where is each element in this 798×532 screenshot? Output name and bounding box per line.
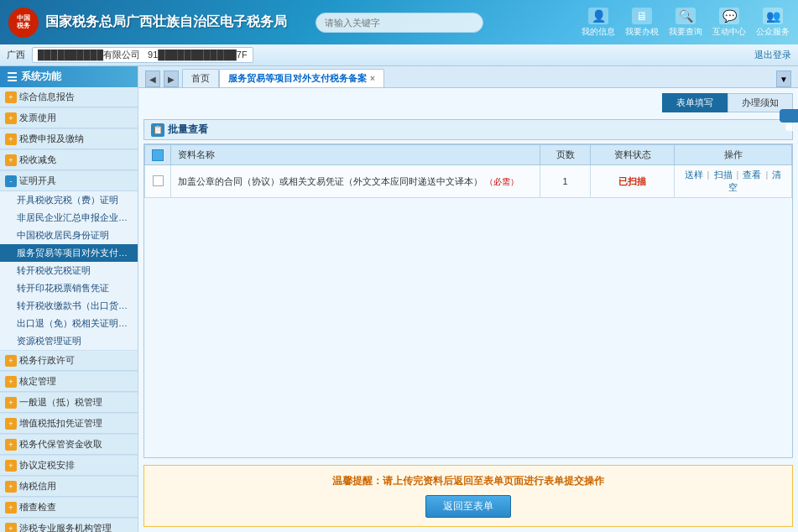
sidebar-item-5[interactable]: 转开印花税票销售凭证 <box>0 279 138 297</box>
sidebar-item-3[interactable]: 服务贸易等项目对外支付税务备案 <box>0 244 138 262</box>
folder-icon-10: + <box>5 460 17 472</box>
logo-icon: 中国税务 <box>8 8 39 38</box>
my-info-btn[interactable]: 👤 我的信息 <box>582 8 615 38</box>
sidebar-group-12: + 稽查检查 <box>0 498 138 519</box>
sidebar-item-8[interactable]: 资源税管理证明 <box>0 332 138 350</box>
online-service-panel[interactable]: 在线客服 <box>780 109 798 123</box>
tab-home[interactable]: 首页 <box>182 69 219 87</box>
sidebar-item-2[interactable]: 中国税收居民身份证明 <box>0 227 138 244</box>
tab-close-btn[interactable]: × <box>370 74 375 83</box>
page-content: 表单填写 办理须知 📋 批量查看 资料名称 页 <box>138 88 798 532</box>
my-tax-btn[interactable]: 🖥 我要办税 <box>625 8 659 38</box>
sidebar-items-4: 开具税收完税（费）证明 非居民企业汇总申报企业所得税 中国税收居民身份证明 服务… <box>0 191 138 350</box>
sidebar-group-3: + 税收减免 <box>0 150 138 171</box>
sidebar-group-label-12: 稽查检查 <box>19 501 56 514</box>
data-table: 资料名称 页数 资料状态 操作 加盖公章的合同（协议）或相关文易 <box>144 144 792 198</box>
tab-active[interactable]: 服务贸易等项目对外支付税务备案 × <box>219 69 384 87</box>
sidebar-group-header-11[interactable]: + 纳税信用 <box>0 477 138 497</box>
sidebar-item-4[interactable]: 转开税收完税证明 <box>0 262 138 279</box>
col-header-name: 资料名称 <box>171 145 540 165</box>
sidebar-header-icon: ☰ <box>7 70 18 84</box>
sidebar-group-label-0: 综合信息报告 <box>19 91 75 103</box>
return-btn[interactable]: 返回至表单 <box>425 495 511 518</box>
action-upload-btn[interactable]: 送样 <box>685 170 703 180</box>
sidebar-group-header-0[interactable]: + 综合信息报告 <box>0 87 138 107</box>
search-input[interactable] <box>316 13 483 33</box>
folder-icon-0: + <box>5 91 17 103</box>
required-badge: （必需） <box>485 177 519 186</box>
my-query-btn[interactable]: 🔍 我要查询 <box>669 8 702 38</box>
logout-btn[interactable]: 退出登录 <box>754 49 791 61</box>
sidebar-item-7[interactable]: 出口退（免）税相关证明开具 <box>0 315 138 332</box>
sidebar-group-label-7: 一般退（抵）税管理 <box>19 396 102 409</box>
folder-icon-3: + <box>5 154 17 166</box>
header-actions: 👤 我的信息 🖥 我要办税 🔍 我要查询 💬 互动中心 👥 公众服务 <box>582 8 790 38</box>
select-all-checkbox[interactable] <box>152 149 164 161</box>
folder-icon-1: + <box>5 112 17 124</box>
tab-active-label: 服务贸易等项目对外支付税务备案 <box>228 72 367 85</box>
content-area: ◀ ▶ 首页 服务贸易等项目对外支付税务备案 × ▼ 表单填写 办理须知 📋 批… <box>138 66 798 532</box>
public-icon: 👥 <box>763 8 783 24</box>
sidebar-group-label-5: 税务行政许可 <box>19 354 75 367</box>
header-title: 国家税务总局广西壮族自治区电子税务局 <box>45 13 287 31</box>
warning-text: 温馨提醒：请上传完资料后返回至表单页面进行表单提交操作 <box>153 474 784 488</box>
tab-nav-back[interactable]: ◀ <box>145 70 160 87</box>
tab-overflow-btn[interactable]: ▼ <box>776 70 791 87</box>
folder-icon-8: + <box>5 418 17 430</box>
folder-icon-4: - <box>5 175 17 187</box>
sidebar-item-0[interactable]: 开具税收完税（费）证明 <box>0 191 138 209</box>
action-scan-btn[interactable]: 扫描 <box>714 170 733 180</box>
logo-area: 中国税务 国家税务总局广西壮族自治区电子税务局 <box>8 8 287 38</box>
sidebar-group-header-6[interactable]: + 核定管理 <box>0 372 138 392</box>
tab-nav-forward[interactable]: ▶ <box>164 70 179 87</box>
company-info: ██████████有限公司 91████████████7F <box>32 47 253 63</box>
col-header-checkbox <box>145 145 171 165</box>
status-badge: 已扫描 <box>618 176 646 186</box>
sidebar-group-header-5[interactable]: + 税务行政许可 <box>0 351 138 371</box>
batch-view-header: 📋 批量查看 <box>143 119 793 140</box>
sidebar-group-header-12[interactable]: + 稽查检查 <box>0 498 138 518</box>
row-status-cell: 已扫描 <box>591 165 675 198</box>
sidebar-group-header-1[interactable]: + 发票使用 <box>0 108 138 128</box>
folder-icon-13: + <box>5 523 17 533</box>
sidebar-group-header-9[interactable]: + 税务代保管资金收取 <box>0 435 138 455</box>
sidebar-group-10: + 协议定税安排 <box>0 456 138 477</box>
sidebar-group-header-13[interactable]: + 涉税专业服务机构管理 <box>0 519 138 532</box>
sidebar-group-6: + 核定管理 <box>0 372 138 393</box>
sidebar-group-1: + 发票使用 <box>0 108 138 129</box>
sidebar-group-label-3: 税收减免 <box>19 154 56 166</box>
folder-icon-6: + <box>5 376 17 388</box>
main-layout: ☰ 系统功能 + 综合信息报告 + 发票使用 + 税费申报及缴纳 <box>0 66 798 532</box>
sidebar: ☰ 系统功能 + 综合信息报告 + 发票使用 + 税费申报及缴纳 <box>0 66 138 532</box>
sidebar-group-label-6: 核定管理 <box>19 375 56 388</box>
public-btn[interactable]: 👥 公众服务 <box>756 8 790 38</box>
sidebar-group-header-10[interactable]: + 协议定税安排 <box>0 456 138 476</box>
sidebar-group-9: + 税务代保管资金收取 <box>0 435 138 456</box>
action-view-btn[interactable]: 查看 <box>743 170 761 180</box>
public-label: 公众服务 <box>756 26 790 38</box>
sidebar-item-1[interactable]: 非居民企业汇总申报企业所得税 <box>0 209 138 227</box>
tab-fill-form[interactable]: 表单填写 <box>662 93 728 112</box>
table-row: 加盖公章的合同（协议）或相关文易凭证（外文文本应同时递送中文译本） （必需） 1… <box>145 165 792 198</box>
folder-icon-12: + <box>5 502 17 514</box>
my-info-icon: 👤 <box>588 8 608 24</box>
sidebar-header-label: 系统功能 <box>21 70 61 84</box>
my-tax-icon: 🖥 <box>632 8 652 24</box>
sidebar-group-header-3[interactable]: + 税收减免 <box>0 150 138 170</box>
col-header-status: 资料状态 <box>591 145 675 165</box>
row-actions-cell: 送样 | 扫描 | 查看 | 清空 <box>675 165 792 198</box>
sidebar-group-label-1: 发票使用 <box>19 112 56 124</box>
interact-btn[interactable]: 💬 互动中心 <box>712 8 746 38</box>
sidebar-item-6[interactable]: 转开税收缴款书（出口货物劳务） <box>0 297 138 315</box>
sidebar-group-header-2[interactable]: + 税费申报及缴纳 <box>0 129 138 149</box>
sidebar-group-label-13: 涉税专业服务机构管理 <box>19 522 112 532</box>
col-header-actions: 操作 <box>675 145 792 165</box>
sub-header-prefix: 广西 <box>7 49 25 61</box>
sidebar-group-header-8[interactable]: + 增值税抵扣凭证管理 <box>0 414 138 434</box>
batch-title: 批量查看 <box>168 123 208 137</box>
sidebar-group-header-4[interactable]: - 证明开具 <box>0 171 138 191</box>
row-checkbox[interactable] <box>153 175 164 186</box>
sidebar-group-5: + 税务行政许可 <box>0 351 138 372</box>
sidebar-group-header-7[interactable]: + 一般退（抵）税管理 <box>0 393 138 413</box>
row-pages-cell: 1 <box>540 165 591 198</box>
